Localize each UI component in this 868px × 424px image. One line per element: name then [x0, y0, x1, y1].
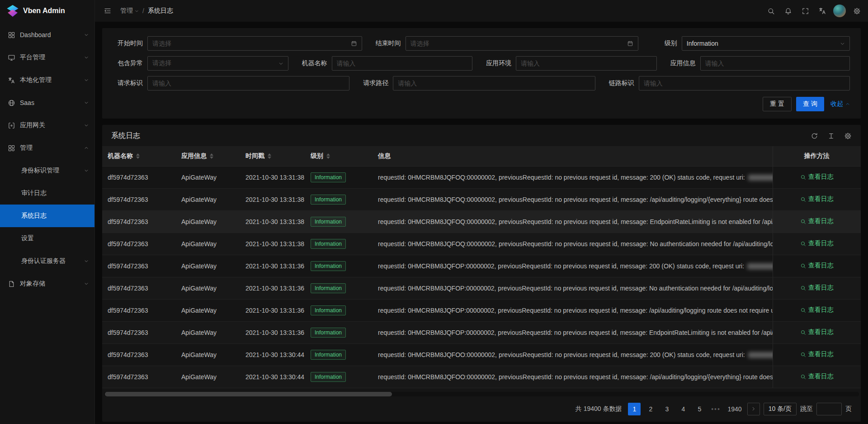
breadcrumb-separator: / — [142, 7, 144, 14]
col-timestamp[interactable]: 时间戳 — [240, 146, 305, 166]
sidebar-item-system-logs[interactable]: 系统日志 — [0, 205, 94, 227]
view-log-link[interactable]: 查看日志 — [800, 284, 834, 292]
reset-button[interactable]: 重 置 — [763, 97, 792, 111]
sidebar-item-platform[interactable]: 平台管理 — [0, 46, 94, 69]
chevron-down-icon — [84, 259, 89, 263]
request-id-field[interactable] — [147, 76, 349, 91]
app-env-input[interactable] — [521, 60, 652, 67]
column-settings-icon[interactable] — [844, 132, 852, 140]
app-info-field[interactable] — [700, 56, 850, 71]
sort-icon[interactable] — [268, 153, 271, 159]
table-row[interactable]: df5974d72363ApiGateWay2021-10-30 13:31:3… — [102, 277, 861, 299]
request-id-input[interactable] — [152, 80, 344, 87]
exception-select[interactable]: 请选择 — [147, 56, 288, 71]
col-level[interactable]: 级别 — [305, 146, 373, 166]
fullscreen-icon[interactable] — [797, 0, 814, 22]
sidebar-item-management[interactable]: 管理 — [0, 137, 94, 159]
page-button-5[interactable]: 5 — [693, 403, 706, 415]
table-row[interactable]: df5974d72363ApiGateWay2021-10-30 13:30:4… — [102, 366, 861, 388]
menu-item-label: 管理 — [20, 144, 33, 152]
page-button-2[interactable]: 2 — [644, 403, 657, 415]
gear-icon[interactable] — [848, 0, 865, 22]
page-button-last[interactable]: 1940 — [726, 403, 743, 415]
app-info-input[interactable] — [705, 60, 845, 67]
end-time-input[interactable] — [410, 40, 624, 47]
start-time-input[interactable] — [152, 40, 348, 47]
view-log-link[interactable]: 查看日志 — [800, 195, 834, 203]
view-log-link[interactable]: 查看日志 — [800, 262, 834, 270]
breadcrumb-section[interactable]: 管理 — [120, 7, 139, 15]
next-page-button[interactable] — [747, 403, 760, 415]
sidebar-item-settings[interactable]: 设置 — [0, 227, 94, 250]
sidebar-item-audit-logs[interactable]: 审计日志 — [0, 182, 94, 205]
end-time-picker[interactable] — [406, 36, 638, 51]
menu-item-label: 身份标识管理 — [21, 167, 59, 175]
sidebar-item-dashboard[interactable]: Dashboard — [0, 24, 94, 46]
table-row[interactable]: df5974d72363ApiGateWay2021-10-30 13:31:3… — [102, 166, 861, 188]
sort-icon[interactable] — [136, 153, 140, 159]
search-icon[interactable] — [762, 0, 779, 22]
view-log-link[interactable]: 查看日志 — [800, 328, 834, 336]
globe-icon — [8, 99, 15, 107]
table-row[interactable]: df5974d72363ApiGateWay2021-10-30 13:30:4… — [102, 343, 861, 366]
table-row[interactable]: df5974d72363ApiGateWay2021-10-30 13:31:3… — [102, 188, 861, 210]
table-row[interactable]: df5974d72363ApiGateWay2021-10-30 13:31:3… — [102, 299, 861, 321]
table-row[interactable]: df5974d72363ApiGateWay2021-10-30 13:31:3… — [102, 210, 861, 233]
col-machine-name[interactable]: 机器名称 — [102, 146, 176, 166]
view-log-link[interactable]: 查看日志 — [800, 239, 834, 248]
table-row[interactable]: df5974d72363ApiGateWay2021-10-30 13:31:3… — [102, 233, 861, 255]
sort-icon[interactable] — [326, 153, 330, 159]
sidebar-item-saas[interactable]: Saas — [0, 91, 94, 114]
col-app-info[interactable]: 应用信息 — [176, 146, 240, 166]
sidebar-item-identity-management[interactable]: 身份标识管理 — [0, 159, 94, 182]
filter-row-3: 请求标识 请求路径 链路标识 — [113, 76, 850, 91]
sort-icon[interactable] — [210, 153, 213, 159]
dashboard-icon — [8, 31, 15, 39]
trace-id-field[interactable] — [639, 76, 850, 91]
sidebar-item-object-storage[interactable]: 对象存储 — [0, 272, 94, 295]
machine-name-field[interactable] — [332, 56, 473, 71]
chevron-down-icon — [135, 9, 139, 13]
app-env-field[interactable] — [516, 56, 657, 71]
page-size-select[interactable]: 10 条/页 — [764, 403, 797, 415]
page-button-3[interactable]: 3 — [660, 403, 673, 415]
chevron-down-icon — [84, 281, 89, 286]
scrollbar-thumb[interactable] — [105, 392, 392, 396]
collapse-link[interactable]: 收起 — [830, 100, 850, 108]
bell-icon[interactable] — [779, 0, 797, 22]
monitor-icon — [8, 54, 15, 62]
table-row[interactable]: df5974d72363ApiGateWay2021-10-30 13:31:3… — [102, 321, 861, 343]
view-log-link[interactable]: 查看日志 — [800, 350, 834, 358]
jump-unit: 页 — [845, 405, 852, 413]
row-height-icon[interactable] — [827, 132, 835, 140]
request-path-group: 请求路径 — [359, 76, 604, 91]
app-logo[interactable]: Vben Admin — [0, 0, 94, 22]
view-log-link[interactable]: 查看日志 — [800, 372, 834, 381]
request-path-input[interactable] — [398, 80, 590, 87]
chevron-down-icon — [84, 78, 89, 82]
translate-icon[interactable] — [814, 0, 831, 22]
calendar-icon — [627, 40, 633, 47]
level-select[interactable]: Information — [682, 36, 850, 51]
horizontal-scrollbar[interactable] — [104, 392, 859, 396]
field-label: 请求标识 — [113, 79, 147, 87]
machine-name-input[interactable] — [337, 60, 468, 67]
sidebar-item-auth-server[interactable]: 身份认证服务器 — [0, 250, 94, 272]
view-log-link[interactable]: 查看日志 — [800, 306, 834, 314]
sidebar-item-gateway[interactable]: 应用网关 — [0, 114, 94, 137]
search-button[interactable]: 查 询 — [796, 97, 824, 111]
start-time-picker[interactable] — [147, 36, 362, 51]
page-button-4[interactable]: 4 — [677, 403, 689, 415]
sidebar-item-localization[interactable]: 本地化管理 — [0, 69, 94, 91]
table-row[interactable]: df5974d72363ApiGateWay2021-10-30 13:31:3… — [102, 255, 861, 277]
view-log-link[interactable]: 查看日志 — [800, 173, 834, 181]
request-path-field[interactable] — [393, 76, 595, 91]
refresh-icon[interactable] — [811, 132, 818, 140]
trace-id-input[interactable] — [644, 80, 845, 87]
page-ellipsis[interactable]: ••• — [709, 405, 722, 413]
page-button-1[interactable]: 1 — [628, 403, 641, 415]
jump-page-input[interactable] — [816, 403, 842, 415]
user-avatar[interactable] — [831, 0, 848, 22]
menu-fold-icon[interactable] — [101, 0, 114, 22]
view-log-link[interactable]: 查看日志 — [800, 217, 834, 225]
